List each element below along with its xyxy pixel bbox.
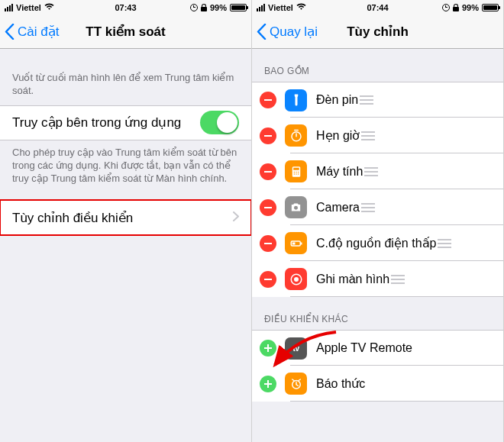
control-label: Báo thức [316,376,365,391]
control-label: Đèn pin [316,93,358,107]
drag-handle-icon[interactable] [436,239,453,248]
remove-button[interactable] [260,235,276,252]
svg-point-6 [293,173,295,175]
page-title: TT kiểm soát [0,24,251,40]
control-label: Hẹn giờ [316,128,360,143]
alarm-icon [190,4,198,11]
control-row: Báo thức [252,366,503,402]
access-switch[interactable] [200,111,239,134]
battery-icon [285,232,307,254]
control-row: Ghi màn hình [252,261,503,297]
control-label: Camera [316,201,360,215]
page-title: Tùy chỉnh [252,24,503,40]
section-more-header: ĐIỀU KHIỂN KHÁC [252,297,503,330]
control-row: tvApple TV Remote [252,330,503,366]
remove-button[interactable] [260,92,276,108]
battery-icon [230,4,247,11]
calc-icon [285,160,307,182]
access-within-apps-row[interactable]: Truy cập bên trong ứng dụng [0,106,251,140]
nav-bar: Quay lại Tùy chỉnh [252,15,503,49]
drag-handle-icon[interactable] [360,131,376,140]
nav-bar: Cài đặt TT kiểm soát [0,15,251,49]
remove-button[interactable] [260,163,276,180]
orientation-lock-icon [453,4,459,11]
screenshot-right: Viettel 07:44 99% Quay lại Tùy chỉnh BAO… [252,0,504,442]
add-button[interactable] [260,340,276,357]
chevron-right-icon [233,210,239,225]
customize-controls-row[interactable]: Tùy chỉnh điều khiển [0,201,251,234]
svg-rect-11 [301,242,302,244]
atv-icon: tv [285,337,307,360]
camera-icon [285,196,307,218]
carrier-label: Viettel [16,3,41,12]
battery-icon [482,4,499,11]
battery-pct: 99% [210,3,227,12]
remove-button[interactable] [260,271,276,288]
svg-point-4 [296,171,297,173]
control-label: C.độ nguồn điện thấp [316,236,436,250]
battery-pct: 99% [462,3,479,12]
control-row: Máy tính [252,153,503,189]
carrier-label: Viettel [268,3,293,12]
svg-point-3 [293,171,295,173]
flashlight-icon [285,89,307,111]
svg-point-14 [294,277,299,282]
svg-rect-12 [292,242,295,244]
alarm-icon [442,4,450,11]
control-row: Đèn pin [252,82,503,118]
wifi-icon [296,3,306,12]
signal-icon [5,4,13,11]
access-footer-note: Cho phép truy cập vào Trung tâm kiểm soá… [0,140,251,201]
control-row: Camera [252,189,503,225]
drag-handle-icon[interactable] [360,203,376,212]
svg-point-8 [297,173,299,175]
wifi-icon [44,3,54,12]
customize-row-label: Tùy chỉnh điều khiển [12,210,133,226]
include-list: Đèn pinHẹn giờMáy tínhCameraC.độ nguồn đ… [252,82,503,297]
remove-button[interactable] [260,127,276,144]
status-bar: Viettel 07:43 99% [0,0,251,15]
remove-button[interactable] [260,199,276,216]
customize-controls-row-highlight: Tùy chỉnh điều khiển [0,200,251,235]
drag-handle-icon[interactable] [363,167,380,176]
record-icon [285,268,307,290]
svg-point-9 [294,206,298,210]
drag-handle-icon[interactable] [358,95,375,105]
drag-handle-icon[interactable] [389,275,406,284]
orientation-lock-icon [201,4,207,11]
signal-icon [257,4,265,11]
svg-point-7 [296,173,297,175]
timer-icon [285,124,307,147]
control-row: C.độ nguồn điện thấp [252,225,503,261]
more-controls-list: tvApple TV RemoteBáo thức [252,330,503,402]
add-button[interactable] [260,376,276,392]
section-include-header: BAO GỒM [252,49,503,82]
swipe-hint-text: Vuốt từ cuối màn hình lên để xem Trung t… [0,49,251,105]
control-label: Apple TV Remote [316,341,412,355]
svg-point-5 [297,171,299,173]
status-bar: Viettel 07:44 99% [252,0,503,15]
screenshot-left: Viettel 07:43 99% Cài đặt TT kiểm soát V… [0,0,252,442]
control-label: Máy tính [316,165,363,179]
alarm-icon [285,373,307,395]
access-row-label: Truy cập bên trong ứng dụng [12,115,181,131]
control-row: Hẹn giờ [252,118,503,153]
control-label: Ghi màn hình [316,273,389,286]
svg-rect-2 [293,167,299,169]
